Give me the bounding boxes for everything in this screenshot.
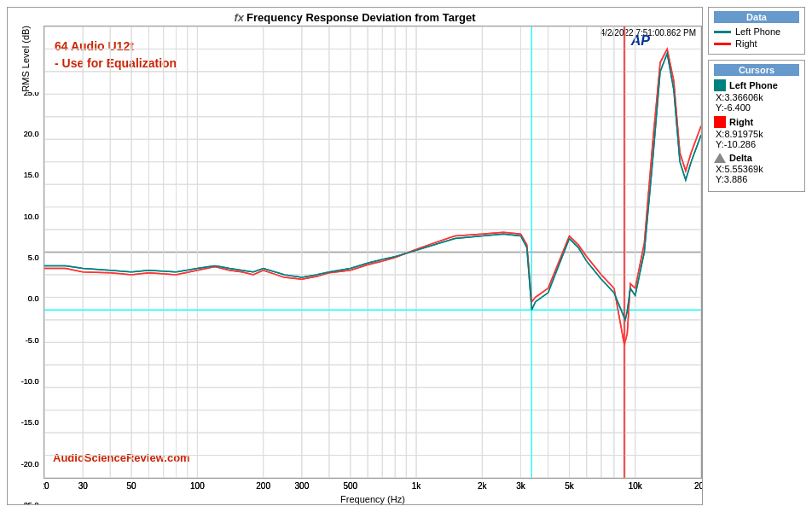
cursor-left-name: Left Phone [729,80,778,90]
svg-text:10k: 10k [629,481,643,491]
svg-text:10.0: 10.0 [24,212,39,220]
svg-text:5k: 5k [565,481,575,491]
legend-box: Data Left Phone Right [708,7,805,55]
svg-text:-20.0: -20.0 [21,459,39,468]
x-axis-ticks: 2030501002003005001k2k3k5k10k20k20305010… [44,479,702,494]
legend-item-left: Left Phone [714,26,799,37]
y-axis-label: RMS Level (dB) [17,26,34,92]
chart-area: fxFrequency Response Deviation from Targ… [7,7,703,505]
cursor-swatch-right [714,116,726,128]
plot-canvas: 4/2/2022 7:51:00.862 PM AP 64 Audio U12t… [44,26,702,479]
main-container: fxFrequency Response Deviation from Targ… [0,0,812,512]
cursor-item-left: Left Phone X:3.36606k Y:-6.400 [714,79,799,113]
cursor-delta-name: Delta [729,153,752,163]
legend-item-right: Right [714,38,799,49]
svg-text:20.0: 20.0 [24,130,39,138]
cursor-title: Cursors [714,64,799,76]
cursor-right-label: Right [714,116,799,128]
cursor-right-name: Right [729,117,753,127]
cursor-left-x: X:3.36606k [714,92,799,102]
svg-text:50: 50 [127,481,137,491]
legend-label-left: Left Phone [735,26,780,37]
cursor-delta-x: X:5.55369k [714,164,799,174]
svg-text:500: 500 [343,481,357,491]
legend-color-left [714,31,731,33]
chart-inner: RMS Level (dB) -25.0-20.0-15.0-10.0-5.00… [8,26,702,504]
svg-text:-25.0: -25.0 [21,501,39,504]
cursor-right-x: X:8.91975k [714,129,799,139]
svg-text:20k: 20k [694,481,702,491]
plot-container: 4/2/2022 7:51:00.862 PM AP 64 Audio U12t… [44,26,702,504]
svg-text:15.0: 15.0 [24,171,39,179]
legend-color-right [714,43,731,45]
x-axis-label: Frequency (Hz) [44,494,702,504]
svg-text:20: 20 [44,481,49,491]
svg-text:-5.0: -5.0 [26,335,39,344]
svg-text:2k: 2k [478,481,488,491]
svg-text:200: 200 [256,481,270,491]
title-text: Frequency Response Deviation from Target [246,11,476,24]
svg-text:-10.0: -10.0 [21,377,39,386]
svg-text:300: 300 [295,481,310,491]
cursor-swatch-left [714,79,726,91]
sidebar: Data Left Phone Right Cursors Left Phone… [703,7,805,505]
svg-text:3k: 3k [516,481,526,491]
cursor-left-label: Left Phone [714,79,799,91]
legend-label-right: Right [735,38,757,49]
cursor-delta-y: Y:3.886 [714,174,799,184]
svg-text:5.0: 5.0 [28,253,39,262]
chart-title: fxFrequency Response Deviation from Targ… [8,8,702,26]
legend-title: Data [714,11,799,23]
y-ticks-area: -25.0-20.0-15.0-10.0-5.00.05.010.015.020… [9,92,42,504]
svg-text:30: 30 [78,481,89,491]
delta-label: Delta [714,153,799,163]
svg-text:1k: 1k [412,481,422,491]
cursor-item-right: Right X:8.91975k Y:-10.286 [714,116,799,149]
delta-icon [714,153,726,163]
svg-text:0.0: 0.0 [28,294,39,303]
svg-text:100: 100 [190,481,205,491]
cursor-item-delta: Delta X:5.55369k Y:3.886 [714,153,799,184]
title-icon: fx [234,11,244,24]
svg-text:25.0: 25.0 [24,92,39,97]
cursor-box: Cursors Left Phone X:3.36606k Y:-6.400 R… [708,60,805,192]
cursor-right-y: Y:-10.286 [714,139,799,149]
svg-text:-15.0: -15.0 [21,418,39,427]
cursor-left-y: Y:-6.400 [714,102,799,113]
